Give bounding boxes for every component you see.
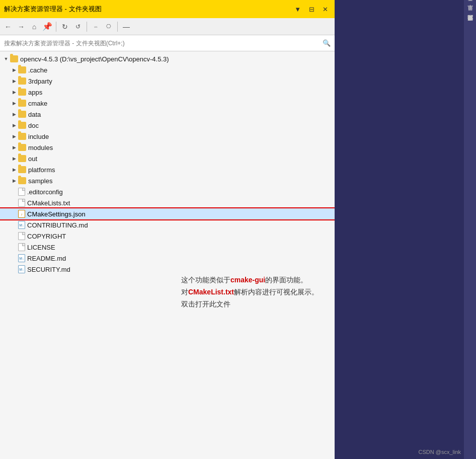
data-folder-icon [18,111,26,118]
list-item[interactable]: data [0,109,335,120]
contributing-label: CONTRIBUTING.md [27,221,88,229]
pin-button[interactable]: 📌 [41,21,53,33]
doc-label: doc [28,122,39,129]
apps-expand-arrow[interactable] [10,88,18,96]
separator-1 [56,22,56,32]
list-item[interactable]: COPYRIGHT [0,231,335,242]
out-folder-icon [18,155,26,162]
separator-2 [87,22,87,32]
window-controls[interactable]: ▼ ⊟ ✕ [292,5,331,14]
security-file-icon: M↓ [18,265,25,273]
home-button[interactable]: ⌂ [28,21,40,33]
list-item[interactable]: .cache [0,64,335,75]
tree-root[interactable]: opencv-4.5.3 (D:\vs_project\OpenCV\openc… [0,53,335,64]
3rdparty-expand-arrow[interactable] [10,77,18,85]
sidebar-tab-solution[interactable]: 解决方案资源管理器 [464,20,476,30]
cmakesettings-file-icon: ♪ [18,210,25,218]
list-item[interactable]: 3rdparty [0,75,335,87]
minimize-button[interactable]: ▼ [292,5,303,14]
list-item[interactable]: M↓ CONTRIBUTING.md [0,219,335,231]
3rdparty-folder-icon [18,78,26,85]
modules-expand-arrow[interactable] [10,143,18,151]
sidebar-tab-list[interactable]: 里单 [464,10,476,20]
list-item[interactable]: M↓ README.md [0,253,335,264]
platforms-expand-arrow[interactable] [10,166,18,174]
window-title: 解决方案资源管理器 - 文件夹视图 [4,5,102,14]
contributing-file-icon: M↓ [18,221,25,229]
search-bar: 🔍 [0,35,335,51]
include-expand-arrow[interactable] [10,132,18,140]
cmakesettings-item[interactable]: ♪ CMakeSettings.json [0,208,335,219]
root-label: opencv-4.5.3 (D:\vs_project\OpenCV\openc… [20,55,169,63]
list-item[interactable]: cmake [0,98,335,109]
apps-label: apps [28,89,42,96]
list-item[interactable]: include [0,131,335,142]
platforms-label: platforms [28,166,55,174]
list-item[interactable]: LICENSE [0,242,335,253]
doc-folder-icon [18,122,26,129]
readme-file-icon: M↓ [18,254,25,262]
restore-button[interactable]: ⊟ [306,5,317,14]
list-item[interactable]: apps [0,87,335,98]
platforms-folder-icon [18,166,26,173]
list-item[interactable]: M↓ SECURITY.md [0,264,335,275]
cmake-expand-arrow[interactable] [10,99,18,107]
out-label: out [28,155,37,163]
cmakelists-label: CMakeLists.txt [27,199,70,207]
sync-button[interactable]: ↺ [72,21,84,33]
cmake-label: cmake [28,100,47,107]
data-expand-arrow[interactable] [10,110,18,118]
modules-folder-icon [18,144,26,151]
samples-folder-icon [18,177,26,184]
sidebar-tab-toolbox[interactable]: 工具箱 [464,0,476,10]
include-folder-icon [18,133,26,140]
refresh-button[interactable]: ↻ [59,21,71,33]
out-expand-arrow[interactable] [10,155,18,163]
cmakelists-file-icon [18,199,25,207]
list-item[interactable]: out [0,153,335,164]
cmake-folder-icon [18,100,26,107]
back-button[interactable]: ← [2,21,14,33]
close-button[interactable]: ✕ [320,5,331,14]
samples-label: samples [28,177,52,185]
copyright-label: COPYRIGHT [27,233,66,240]
3rdparty-label: 3rdparty [28,78,52,85]
dash-button[interactable]: — [120,21,132,33]
readme-label: README.md [27,255,66,262]
sidebar-tabs: 工具箱 里单 解决方案资源管理器 [464,0,476,459]
forward-button[interactable]: → [15,21,27,33]
doc-expand-arrow[interactable] [10,121,18,129]
separator-3 [117,22,118,32]
cache-folder-icon [18,66,26,73]
right-sidebar: 工具箱 里单 解决方案资源管理器 [335,0,476,459]
apps-folder-icon [18,89,26,96]
list-item[interactable]: modules [0,142,335,153]
root-folder-icon [10,55,18,62]
cache-expand-arrow[interactable] [10,66,18,74]
license-label: LICENSE [27,244,55,251]
list-item[interactable]: .editorconfig [0,186,335,197]
root-expand-arrow[interactable] [2,55,10,63]
list-item[interactable]: CMakeLists.txt [0,197,335,208]
editorconfig-label: .editorconfig [27,188,63,196]
toolbar: ← → ⌂ 📌 ↻ ↺ ⎓ ⎔ — [0,18,335,35]
cmakesettings-label: CMakeSettings.json [27,210,86,218]
samples-expand-arrow[interactable] [10,177,18,185]
list-item[interactable]: platforms [0,164,335,175]
list-item[interactable]: doc [0,120,335,131]
security-label: SECURITY.md [27,266,70,273]
include-label: include [28,133,49,140]
watermark: CSDN @scx_link [418,449,461,455]
paste-button[interactable]: ⎔ [103,21,115,33]
copy-button[interactable]: ⎓ [90,21,102,33]
editorconfig-file-icon [18,188,25,196]
title-bar: 解决方案资源管理器 - 文件夹视图 ▼ ⊟ ✕ [0,0,335,18]
search-input[interactable] [4,40,323,47]
cache-label: .cache [28,66,47,74]
file-tree: opencv-4.5.3 (D:\vs_project\OpenCV\openc… [0,51,335,459]
modules-label: modules [28,144,53,151]
copyright-file-icon [18,232,25,240]
search-icon[interactable]: 🔍 [323,39,331,47]
list-item[interactable]: samples [0,175,335,186]
license-file-icon [18,243,25,251]
